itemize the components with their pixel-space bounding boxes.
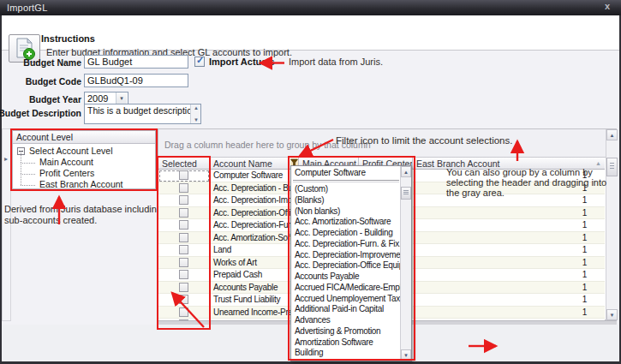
- filter-item[interactable]: Acc. Depreciation-Improvements: [291, 250, 401, 261]
- account-level-panel: Account Level Select Account Level Main …: [12, 130, 156, 189]
- budget-description-label: Budget Description: [0, 108, 81, 118]
- derived-annotation: Derived from Juris database including su…: [4, 204, 164, 225]
- account-name-cell[interactable]: Acc. Depreciation - Building: [210, 182, 290, 195]
- selected-cell: [158, 257, 210, 270]
- selected-cell: [158, 207, 210, 220]
- east-branch-cell[interactable]: 1: [413, 232, 605, 245]
- chevron-down-icon[interactable]: ▾: [116, 92, 127, 104]
- tree-root-select-account-level[interactable]: Select Account Level: [16, 146, 153, 157]
- filter-item[interactable]: Advances: [291, 315, 401, 326]
- east-branch-cell[interactable]: 1: [413, 282, 605, 295]
- selected-cell: [158, 269, 210, 282]
- row-checkbox[interactable]: [179, 208, 188, 218]
- filter-item[interactable]: (Non blanks): [291, 206, 401, 218]
- account-name-cell[interactable]: Acc. Amortization-Software: [210, 232, 290, 245]
- account-name-cell[interactable]: Acc. Depreciation-Furn. & Fix: [210, 219, 290, 232]
- east-branch-cell[interactable]: 1: [413, 307, 605, 319]
- account-level-tree: Select Account Level Main AccountProfit …: [16, 146, 153, 190]
- account-name-cell[interactable]: Land: [210, 244, 290, 257]
- title-bar[interactable]: ImportGL x: [0, 0, 621, 15]
- tree-item-main-account[interactable]: Main Account: [16, 157, 153, 168]
- close-icon[interactable]: x: [600, 1, 615, 14]
- row-checkbox[interactable]: [179, 233, 188, 242]
- row-checkbox[interactable]: [179, 170, 188, 180]
- import-actuals-label: Import Actuals: [209, 57, 275, 67]
- selected-cell: [158, 170, 210, 182]
- east-branch-cell[interactable]: 1: [413, 244, 605, 257]
- filter-item[interactable]: (Custom): [291, 184, 401, 195]
- tree-item-profit-centers[interactable]: Profit Centers: [16, 168, 153, 179]
- budget-name-label: Budget Name: [23, 57, 81, 68]
- budget-description-field[interactable]: This is a budget description. ▲ ▼: [84, 104, 201, 124]
- row-checkbox[interactable]: [179, 283, 188, 292]
- row-checkbox[interactable]: [179, 183, 188, 193]
- budget-year-label: Budget Year: [29, 94, 81, 104]
- account-name-cell[interactable]: Accounts Payable: [210, 282, 290, 295]
- tree-item-east-branch-account[interactable]: East Branch Account: [16, 179, 153, 190]
- account-name-cell[interactable]: Prepaid Cash: [210, 269, 290, 282]
- row-checkbox[interactable]: [179, 258, 188, 267]
- divider: [293, 180, 399, 181]
- selected-cell: [158, 307, 210, 319]
- row-checkbox[interactable]: [179, 245, 188, 254]
- budget-name-field[interactable]: [84, 55, 188, 69]
- instructions-banner: Instructions Enter budget information an…: [2, 15, 619, 51]
- row-indicator-icon: ▸: [4, 155, 8, 163]
- filter-item[interactable]: Advertising & Promotion: [291, 326, 401, 337]
- scroll-down-icon[interactable]: ▼: [401, 349, 411, 361]
- filter-item[interactable]: Acc. Depreciation-Office Equip: [291, 260, 401, 272]
- column-header-account-name[interactable]: Account Name: [210, 158, 290, 170]
- row-checkbox[interactable]: [179, 307, 188, 317]
- account-level-header: Account Level: [13, 131, 155, 144]
- budget-code-field[interactable]: [84, 74, 188, 87]
- selected-cell: [158, 244, 210, 257]
- selected-cell: [158, 219, 210, 232]
- account-name-cell[interactable]: Works of Art: [210, 257, 290, 270]
- scroll-up-icon[interactable]: ▲: [191, 105, 201, 110]
- row-checkbox[interactable]: [179, 295, 188, 304]
- filter-item[interactable]: Capital Stock: [291, 359, 401, 361]
- row-checkbox[interactable]: [179, 220, 188, 230]
- filter-item[interactable]: Building: [291, 348, 401, 359]
- filter-item[interactable]: (Blanks): [291, 195, 401, 206]
- dropdown-scrollbar[interactable]: ▲ ▼: [400, 166, 411, 361]
- row-checkbox[interactable]: [179, 270, 188, 279]
- filter-item[interactable]: Accounts Payable: [291, 272, 401, 283]
- scroll-up-icon[interactable]: ▲: [606, 129, 618, 140]
- filter-item[interactable]: Additional Paid-in Capital: [291, 304, 401, 315]
- filter-item[interactable]: Acc. Depreciation-Furn. & Fix.: [291, 239, 401, 250]
- budget-description-value: This is a budget description.: [87, 105, 200, 116]
- scroll-down-icon[interactable]: ▼: [606, 309, 618, 320]
- column-header-selected[interactable]: Selected: [158, 158, 210, 170]
- east-branch-cell[interactable]: 1: [413, 207, 605, 220]
- east-branch-cell[interactable]: 1: [413, 269, 605, 282]
- filter-annotation: Filter icon to limit the account selecti…: [336, 135, 512, 146]
- import-actuals-checkbox[interactable]: ✓: [194, 57, 205, 67]
- tree-root-label: Select Account Level: [29, 146, 112, 156]
- filter-item[interactable]: Accrued Unemployement Taxes: [291, 294, 401, 305]
- account-name-cell[interactable]: Acc. Depreciation-Improvem.: [210, 194, 290, 207]
- east-branch-cell[interactable]: 1: [413, 257, 605, 270]
- filter-item[interactable]: Amortization Software: [291, 337, 401, 349]
- divider: [293, 182, 399, 182]
- filter-item-list: (Custom)(Blanks)(Non blanks)Acc. Amortiz…: [291, 184, 401, 361]
- account-name-cell[interactable]: Acc. Depreciation-Office Equi: [210, 207, 290, 220]
- filter-item[interactable]: Accrued FICA/Medicare-Employer: [291, 283, 401, 294]
- account-name-cell[interactable]: Unearned Income-Prepayme.: [210, 307, 290, 319]
- filter-item[interactable]: Acc. Amortization-Software: [291, 217, 401, 228]
- east-branch-cell[interactable]: 1: [413, 219, 605, 232]
- scroll-down-icon[interactable]: ▼: [191, 117, 201, 122]
- row-checkbox[interactable]: [179, 195, 188, 205]
- account-name-cell[interactable]: Computer Software: [210, 170, 290, 182]
- scroll-up-icon[interactable]: ▲: [401, 166, 411, 177]
- grid-vertical-scrollbar[interactable]: ▲ ▼: [606, 129, 617, 320]
- description-scrollbar[interactable]: ▲ ▼: [190, 104, 200, 123]
- selected-cell: [158, 194, 210, 207]
- east-branch-cell[interactable]: 1: [413, 294, 605, 307]
- account-name-filter-dropdown: Computer Software (Custom)(Blanks)(Non b…: [290, 165, 412, 361]
- scrollbar-thumb[interactable]: [401, 187, 411, 200]
- filter-current-value[interactable]: Computer Software: [295, 168, 366, 177]
- account-name-cell[interactable]: Trust Fund Liability: [210, 294, 290, 307]
- selected-cell: [158, 294, 210, 307]
- filter-item[interactable]: Acc. Depreciation - Building: [291, 228, 401, 239]
